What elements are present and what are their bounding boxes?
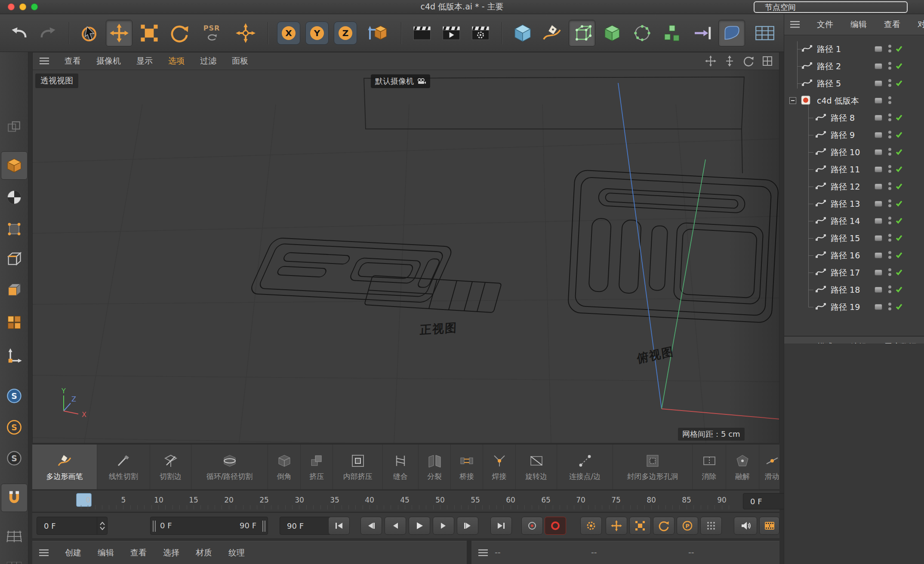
enabled-check-icon[interactable] xyxy=(895,165,903,173)
object-row[interactable]: 路径 16 xyxy=(784,247,924,264)
sound-button[interactable] xyxy=(734,517,757,535)
zoom-icon[interactable] xyxy=(724,55,735,67)
tool-slide[interactable]: 滑动 xyxy=(759,444,779,489)
enabled-check-icon[interactable] xyxy=(895,79,903,87)
key-settings-button[interactable] xyxy=(580,517,602,535)
object-row[interactable]: 路径 14 xyxy=(784,212,924,230)
uv-tiles-button[interactable] xyxy=(1,308,28,337)
layer-chip[interactable] xyxy=(875,98,882,104)
edit-mesh-button[interactable] xyxy=(569,20,595,46)
coordinate-system-button[interactable] xyxy=(361,20,394,46)
tool-turn-edge[interactable]: 旋转边 xyxy=(516,444,557,489)
maximize-icon[interactable] xyxy=(762,55,773,67)
pan-icon[interactable] xyxy=(705,55,716,67)
prev-key-button[interactable] xyxy=(360,517,382,535)
next-key-button[interactable] xyxy=(457,517,478,535)
visibility-dots[interactable] xyxy=(888,62,891,70)
render-settings-button[interactable] xyxy=(467,20,494,46)
tool-split[interactable]: 分裂 xyxy=(419,444,451,489)
om-menu-object[interactable]: 对象 xyxy=(918,19,924,30)
layer-chip[interactable] xyxy=(875,304,882,310)
enabled-check-icon[interactable] xyxy=(895,251,903,259)
object-row[interactable]: 路径 1 xyxy=(784,40,924,58)
enabled-check-icon[interactable] xyxy=(895,217,903,224)
point-snap-button[interactable] xyxy=(629,20,656,46)
psr-tool-button[interactable]: PSR xyxy=(196,20,227,46)
tool-connect-points[interactable]: 连接点/边 xyxy=(557,444,613,489)
spline-pen-button[interactable] xyxy=(539,20,565,46)
visibility-dots[interactable] xyxy=(888,45,891,52)
enabled-check-icon[interactable] xyxy=(895,182,903,190)
model-mode-button[interactable] xyxy=(1,151,28,180)
enabled-check-icon[interactable] xyxy=(895,113,903,121)
material-menu-icon[interactable] xyxy=(39,549,49,556)
layer-chip[interactable] xyxy=(875,252,882,258)
object-row[interactable]: 路径 17 xyxy=(784,264,924,281)
menu-edit[interactable]: 编辑 xyxy=(98,547,114,558)
layer-chip[interactable] xyxy=(875,46,882,52)
minimize-window-button[interactable] xyxy=(19,3,26,10)
filmstrip-button[interactable] xyxy=(759,517,779,535)
enabled-check-icon[interactable] xyxy=(895,62,903,70)
camera-hud-button[interactable]: 默认摄像机 xyxy=(371,74,430,88)
object-row[interactable]: 路径 9 xyxy=(784,126,924,144)
layer-chip[interactable] xyxy=(875,184,882,190)
layer-chip[interactable] xyxy=(875,235,882,241)
object-row[interactable]: 路径 18 xyxy=(784,281,924,298)
tool-edge-cut[interactable]: 切割边 xyxy=(150,444,191,489)
record-button[interactable] xyxy=(521,517,543,535)
visibility-dots[interactable] xyxy=(888,79,891,87)
vp-menu-panel[interactable]: 面板 xyxy=(232,55,248,67)
layer-chip[interactable] xyxy=(875,149,882,155)
viewport-menu-icon[interactable] xyxy=(40,58,49,64)
snap-gray-button[interactable]: S xyxy=(1,444,28,472)
tool-loop-path-cut[interactable]: 循环/路径切割 xyxy=(191,444,268,489)
scene-cubes-button[interactable] xyxy=(1,113,28,141)
snap-blue-button[interactable]: S xyxy=(1,382,28,410)
prev-frame-button[interactable] xyxy=(385,517,406,535)
tool-extrude[interactable]: 挤压 xyxy=(301,444,333,489)
layer-chip[interactable] xyxy=(875,80,882,86)
om-menu-edit[interactable]: 编辑 xyxy=(850,19,867,30)
collapse-toggle[interactable] xyxy=(789,97,796,104)
goto-end-button[interactable] xyxy=(490,517,512,535)
visibility-dots[interactable] xyxy=(888,199,891,207)
move-tool-button[interactable] xyxy=(106,20,132,46)
enabled-check-icon[interactable] xyxy=(895,199,903,207)
orbit-icon[interactable] xyxy=(743,55,754,67)
menu-texture[interactable]: 纹理 xyxy=(228,547,245,558)
timeline-ruler[interactable]: 0 5 10 15 20 25 30 35 40 45 50 55 60 65 … xyxy=(32,490,779,512)
next-frame-button[interactable] xyxy=(433,517,454,535)
visibility-dots[interactable] xyxy=(888,165,891,173)
tool-dissolve[interactable]: 消除 xyxy=(693,444,726,489)
autokey-button[interactable] xyxy=(545,517,566,535)
layer-chip[interactable] xyxy=(875,270,882,276)
scale-tool-button[interactable] xyxy=(136,20,163,46)
enabled-check-icon[interactable] xyxy=(895,45,903,52)
om-menu-view[interactable]: 查看 xyxy=(884,19,900,30)
layer-chip[interactable] xyxy=(875,132,882,138)
axis-mode-button[interactable] xyxy=(1,342,28,370)
key-parameter-button[interactable]: P xyxy=(677,517,698,535)
menu-material[interactable]: 材质 xyxy=(196,547,212,558)
key-rotation-button[interactable] xyxy=(653,517,675,535)
align-button[interactable] xyxy=(689,20,716,46)
visibility-dots[interactable] xyxy=(888,131,891,138)
layer-chip[interactable] xyxy=(875,218,882,224)
visibility-dots[interactable] xyxy=(888,251,891,259)
visibility-dots[interactable] xyxy=(888,268,891,276)
layer-chip[interactable] xyxy=(875,115,882,121)
play-button[interactable] xyxy=(409,517,430,535)
tool-inner-extrude[interactable]: 内部挤压 xyxy=(333,444,383,489)
tool-polygon-pen[interactable]: 多边形画笔 xyxy=(32,444,97,489)
layer-chip[interactable] xyxy=(875,63,882,69)
point-mode-button[interactable] xyxy=(1,215,28,243)
visibility-dots[interactable] xyxy=(888,148,891,156)
key-position-button[interactable] xyxy=(606,517,627,535)
enabled-check-icon[interactable] xyxy=(895,268,903,276)
polygon-mode-button[interactable] xyxy=(1,276,28,304)
texture-mode-button[interactable] xyxy=(1,183,28,212)
live-selection-button[interactable] xyxy=(76,20,102,46)
tool-weld[interactable]: 焊接 xyxy=(483,444,516,489)
vp-menu-view[interactable]: 查看 xyxy=(65,55,81,67)
